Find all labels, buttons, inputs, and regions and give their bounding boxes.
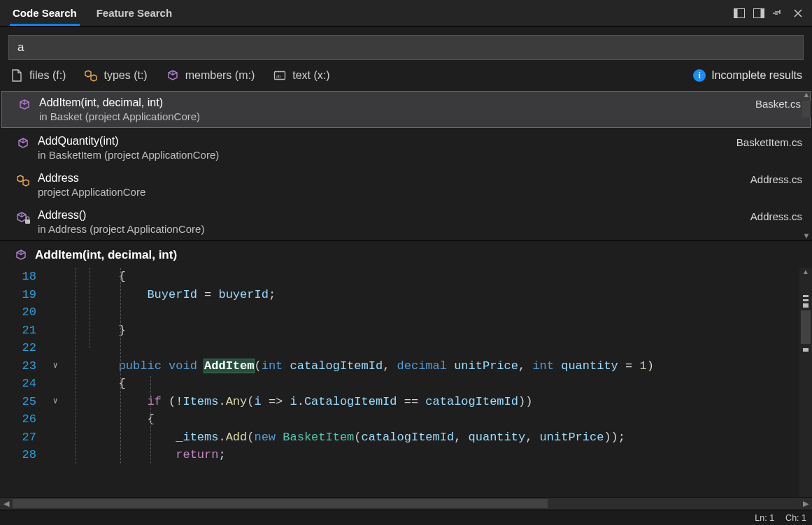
- code-line[interactable]: 27 _items.Add(new BasketItem(catalogItem…: [0, 429, 812, 447]
- class-icon: [84, 69, 98, 82]
- line-number: 18: [0, 268, 49, 286]
- result-icon: [15, 209, 31, 235]
- code-text: {: [62, 375, 126, 393]
- filter-members-label: members (m:): [185, 69, 255, 82]
- result-file: Address.cs: [750, 172, 802, 198]
- fold-glyph[interactable]: ∨: [49, 393, 62, 411]
- code-view[interactable]: 18 { 19 BuyerId = buyerId; 20 21 } 22 23…: [0, 268, 812, 497]
- code-line[interactable]: 24 {: [0, 375, 812, 393]
- results-panel: AddItem(int, decimal, int) in Basket (pr…: [0, 89, 812, 240]
- scroll-mark: [803, 348, 809, 352]
- code-text: return;: [62, 446, 226, 464]
- member-icon: [166, 69, 180, 82]
- result-subtitle: project ApplicationCore: [38, 186, 743, 198]
- filter-text[interactable]: ab text (x:): [273, 69, 329, 82]
- code-text: BuyerId = buyerId;: [62, 286, 276, 304]
- member-icon: [14, 248, 28, 262]
- editor-vertical-scrollbar[interactable]: ▲: [799, 268, 812, 497]
- file-icon: [10, 69, 24, 82]
- scroll-right-icon[interactable]: ▶: [799, 499, 812, 508]
- search-input[interactable]: [8, 35, 804, 60]
- scroll-left-icon[interactable]: ◀: [0, 499, 13, 508]
- svg-rect-3: [761, 8, 764, 17]
- svg-rect-6: [25, 220, 30, 224]
- scroll-thumb[interactable]: [802, 101, 811, 117]
- tab-code-search[interactable]: Code Search: [3, 0, 87, 26]
- close-icon[interactable]: [791, 6, 805, 20]
- line-number: 25: [0, 393, 49, 411]
- result-subtitle: in Address (project ApplicationCore): [38, 223, 743, 235]
- line-number: 28: [0, 446, 49, 464]
- scroll-track[interactable]: [13, 498, 799, 510]
- scroll-thumb[interactable]: [13, 499, 548, 508]
- scroll-up-icon[interactable]: ▲: [803, 91, 811, 99]
- result-item[interactable]: Address project ApplicationCore Address.…: [0, 166, 812, 203]
- result-item[interactable]: AddQuantity(int) in BasketItem (project …: [0, 129, 812, 166]
- filter-row: files (f:) types (t:) members (m:) ab te…: [0, 66, 812, 89]
- code-text: public void AddItem(int catalogItemId, d…: [62, 357, 654, 375]
- svg-rect-1: [734, 8, 738, 17]
- code-line[interactable]: 19 BuyerId = buyerId;: [0, 286, 812, 304]
- preview-header: AddItem(int, decimal, int): [0, 240, 812, 268]
- code-line[interactable]: 25 ∨ if (!Items.Any(i => i.CatalogItemId…: [0, 393, 812, 411]
- line-number: 22: [0, 339, 49, 357]
- code-text: if (!Items.Any(i => i.CatalogItemId == c…: [62, 393, 532, 411]
- result-item[interactable]: Address() in Address (project Applicatio…: [0, 203, 812, 240]
- code-line[interactable]: 26 {: [0, 410, 812, 429]
- status-col: Ch: 1: [785, 513, 806, 523]
- result-subtitle: in BasketItem (project ApplicationCore): [38, 149, 729, 161]
- editor: 18 { 19 BuyerId = buyerId; 20 21 } 22 23…: [0, 268, 812, 497]
- code-text: }: [62, 322, 126, 340]
- result-file: Basket.cs: [755, 96, 801, 122]
- code-line[interactable]: 21 }: [0, 322, 812, 340]
- svg-text:ab: ab: [276, 73, 281, 79]
- filter-members[interactable]: members (m:): [166, 69, 255, 82]
- result-icon: [15, 135, 31, 161]
- search-window: Code Search Feature Search files (f:): [0, 0, 812, 525]
- filter-types[interactable]: types (t:): [84, 69, 147, 82]
- code-text: _items.Add(new BasketItem(catalogItemId,…: [62, 429, 625, 447]
- status-line: Ln: 1: [755, 513, 774, 523]
- fold-glyph[interactable]: ∨: [49, 357, 62, 375]
- scroll-mark: [803, 299, 809, 301]
- search-row: [0, 27, 812, 66]
- code-line[interactable]: 20: [0, 303, 812, 322]
- pin-icon[interactable]: [771, 6, 785, 20]
- text-icon: ab: [273, 69, 287, 82]
- incomplete-results: i Incomplete results: [693, 69, 802, 82]
- results-list: AddItem(int, decimal, int) in Basket (pr…: [0, 89, 812, 240]
- result-subtitle: in Basket (project ApplicationCore): [39, 110, 748, 122]
- scroll-thumb[interactable]: [801, 310, 811, 344]
- dock-left-icon[interactable]: [732, 6, 746, 20]
- result-icon: [15, 172, 31, 198]
- result-icon: [17, 96, 32, 122]
- incomplete-label: Incomplete results: [711, 69, 802, 82]
- code-line[interactable]: 22: [0, 339, 812, 357]
- line-number: 19: [0, 286, 49, 304]
- tab-feature-search[interactable]: Feature Search: [87, 0, 182, 26]
- scroll-down-icon[interactable]: ▼: [803, 232, 811, 240]
- code-line[interactable]: 18 {: [0, 268, 812, 286]
- filter-types-label: types (t:): [104, 69, 147, 82]
- code-text: {: [62, 268, 126, 286]
- line-number: 23: [0, 357, 49, 375]
- scroll-mark: [803, 303, 809, 308]
- scroll-up-icon[interactable]: ▲: [802, 268, 809, 276]
- titlebar: Code Search Feature Search: [0, 0, 812, 27]
- result-title: AddItem(int, decimal, int): [39, 96, 748, 109]
- preview-title: AddItem(int, decimal, int): [35, 248, 177, 262]
- filter-files[interactable]: files (f:): [10, 69, 66, 82]
- window-controls: [732, 0, 812, 26]
- code-line[interactable]: 28 return;: [0, 446, 812, 464]
- dock-right-icon[interactable]: [752, 6, 766, 20]
- result-file: BasketItem.cs: [736, 135, 802, 161]
- line-number: 21: [0, 322, 49, 340]
- results-scrollbar[interactable]: ▲ ▼: [801, 91, 812, 242]
- line-number: 26: [0, 410, 49, 429]
- filter-files-label: files (f:): [29, 69, 66, 82]
- scroll-mark: [803, 295, 809, 297]
- code-line[interactable]: 23 ∨ public void AddItem(int catalogItem…: [0, 357, 812, 375]
- editor-horizontal-scrollbar[interactable]: ◀ ▶: [0, 497, 812, 510]
- result-item[interactable]: AddItem(int, decimal, int) in Basket (pr…: [1, 91, 811, 128]
- tab-strip: Code Search Feature Search: [0, 0, 182, 26]
